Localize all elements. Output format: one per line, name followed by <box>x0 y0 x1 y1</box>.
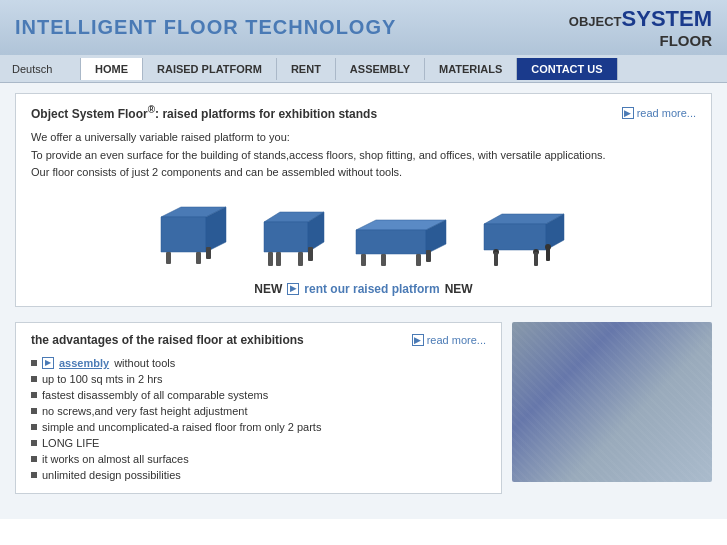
logo-floor: FLOOR <box>569 32 712 49</box>
svg-rect-10 <box>298 252 303 266</box>
logo-text: OBJECTSYSTEM <box>569 6 712 32</box>
new-rent-banner: NEW ▶ rent our raised platform NEW <box>31 282 696 296</box>
nav-item-contact-us[interactable]: CONTACT US <box>517 58 617 80</box>
assembly-link[interactable]: assembly <box>59 357 109 369</box>
svg-marker-14 <box>356 230 426 254</box>
platform-image-4 <box>476 200 576 272</box>
new-label-right: NEW <box>445 282 473 296</box>
logo-system: SYSTEM <box>622 6 712 31</box>
advantages-list: ▶ assembly without tools up to 100 sq mt… <box>31 355 486 483</box>
card-advantages: the advantages of the raised floor at ex… <box>15 322 502 494</box>
svg-marker-1 <box>161 217 206 252</box>
list-bullet <box>31 424 37 430</box>
list-item: LONG LIFE <box>31 435 486 451</box>
product-images <box>31 197 696 272</box>
svg-rect-17 <box>416 254 421 266</box>
rent-link-icon: ▶ <box>287 283 299 295</box>
svg-rect-16 <box>361 254 366 266</box>
assembly-link-icon: ▶ <box>42 357 54 369</box>
svg-rect-18 <box>426 250 431 262</box>
card-body: We offer a universally variable raised p… <box>31 129 696 182</box>
card-raised-platforms: Object System Floor®: raised platforms f… <box>15 93 712 307</box>
list-item: up to 100 sq mts in 2 hrs <box>31 371 486 387</box>
svg-rect-5 <box>206 247 211 259</box>
svg-rect-24 <box>494 252 498 266</box>
list-item: simple and uncomplicated-a raised floor … <box>31 419 486 435</box>
advantages-read-more-icon: ▶ <box>412 334 424 346</box>
carpet-image <box>512 322 712 482</box>
svg-marker-7 <box>264 222 308 252</box>
svg-marker-21 <box>484 224 546 250</box>
svg-rect-3 <box>166 252 171 264</box>
svg-rect-28 <box>546 247 550 261</box>
logo: OBJECTSYSTEM FLOOR <box>569 6 712 49</box>
advantages-card-header: the advantages of the raised floor at ex… <box>31 333 486 347</box>
list-item: ▶ assembly without tools <box>31 355 486 371</box>
bottom-section: the advantages of the raised floor at ex… <box>15 322 712 509</box>
nav-item-home[interactable]: HOME <box>81 58 143 80</box>
logo-object: OBJECT <box>569 14 622 29</box>
navigation: Deutsch HOME RAISED PLATFORM RENT ASSEMB… <box>0 55 727 83</box>
nav-links: HOME RAISED PLATFORM RENT ASSEMBLY MATER… <box>80 58 618 80</box>
new-label-left: NEW <box>254 282 282 296</box>
site-title: INTELLIGENT FLOOR TECHNOLOGY <box>15 16 396 39</box>
svg-rect-26 <box>534 252 538 266</box>
svg-rect-9 <box>268 252 273 266</box>
platform-image-3 <box>351 202 461 272</box>
nav-item-rent[interactable]: RENT <box>277 58 336 80</box>
card-header: Object System Floor®: raised platforms f… <box>31 104 696 121</box>
list-bullet <box>31 472 37 478</box>
main-content: Object System Floor®: raised platforms f… <box>0 83 727 519</box>
list-item: it works on almost all surfaces <box>31 451 486 467</box>
card-title: Object System Floor®: raised platforms f… <box>31 104 377 121</box>
rent-link[interactable]: rent our raised platform <box>304 282 439 296</box>
svg-rect-19 <box>381 254 386 266</box>
list-item: no screws,and very fast height adjustmen… <box>31 403 486 419</box>
advantages-read-more[interactable]: ▶ read more... <box>412 334 486 346</box>
list-item: unlimited design possibilities <box>31 467 486 483</box>
list-bullet <box>31 456 37 462</box>
svg-rect-4 <box>196 252 201 264</box>
svg-rect-12 <box>276 252 281 266</box>
read-more-icon: ▶ <box>622 107 634 119</box>
list-bullet <box>31 360 37 366</box>
advantages-title: the advantages of the raised floor at ex… <box>31 333 304 347</box>
list-bullet <box>31 392 37 398</box>
platform-image-1 <box>151 197 241 272</box>
nav-item-materials[interactable]: MATERIALS <box>425 58 517 80</box>
list-bullet <box>31 408 37 414</box>
list-bullet <box>31 376 37 382</box>
list-bullet <box>31 440 37 446</box>
nav-item-raised-platform[interactable]: RAISED PLATFORM <box>143 58 277 80</box>
platform-image-2 <box>256 197 336 272</box>
header: INTELLIGENT FLOOR TECHNOLOGY OBJECTSYSTE… <box>0 0 727 55</box>
advantages-area: the advantages of the raised floor at ex… <box>15 322 502 509</box>
svg-rect-11 <box>308 247 313 261</box>
read-more-button[interactable]: ▶ read more... <box>622 107 696 119</box>
list-item: fastest disassembly of all comparable sy… <box>31 387 486 403</box>
nav-item-assembly[interactable]: ASSEMBLY <box>336 58 425 80</box>
language-selector[interactable]: Deutsch <box>0 63 80 75</box>
